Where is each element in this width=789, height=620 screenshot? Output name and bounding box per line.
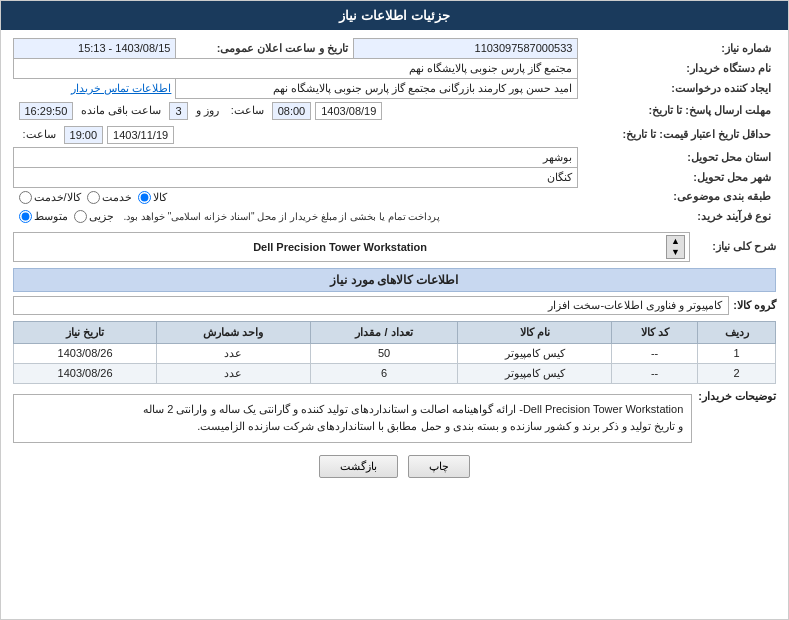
validity-time-value: 19:00 (64, 126, 104, 144)
col-unit-count: تعداد / مقدار (310, 321, 458, 343)
validity-time-label: ساعت: (23, 128, 56, 141)
reply-time-value: 08:00 (272, 102, 312, 120)
buyer-org-label: نام دستگاه خریدار: (578, 58, 776, 78)
city-value: کنگان (14, 167, 578, 187)
table-row: 1 -- کیس کامپیوتر 50 عدد 1403/08/26 (14, 343, 776, 363)
group-value: کامپیوتر و فناوری اطلاعات-سخت افزار (13, 296, 729, 315)
category-kala[interactable]: کالا (138, 191, 167, 204)
validity-deadline-label: حداقل تاریخ اعتبار قیمت: تا تاریخ: (578, 123, 776, 148)
date-label: تاریخ و ساعت اعلان عمومی: (176, 39, 353, 59)
print-button[interactable]: چاپ (408, 455, 470, 478)
process-label: نوع فرآیند خرید: (578, 207, 776, 226)
reply-day-label: روز و (196, 104, 219, 117)
process-jozi[interactable]: جزیی (74, 210, 114, 223)
buyer-notes-line1: Dell Precision Tower Workstation- ارائه … (22, 401, 683, 419)
need-number-value: 1103097587000533 (353, 39, 578, 59)
province-label: استان محل تحویل: (578, 147, 776, 167)
province-value: بوشهر (14, 147, 578, 167)
process-motavaset[interactable]: متوسط (19, 210, 68, 223)
buyer-notes-content: Dell Precision Tower Workstation- ارائه … (13, 394, 692, 443)
back-button[interactable]: بازگشت (319, 455, 398, 478)
page-header: جزئیات اطلاعات نیاز (1, 1, 788, 30)
col-date: تاریخ نیاز (14, 321, 157, 343)
group-label: گروه کالا: (733, 299, 776, 312)
page-title: جزئیات اطلاعات نیاز (339, 8, 449, 23)
reply-remaining-value: 16:29:50 (19, 102, 74, 120)
col-name: نام کالا (458, 321, 612, 343)
category-label: طبقه بندی موضوعی: (578, 187, 776, 207)
col-code: کد کالا (611, 321, 697, 343)
validity-date-value: 1403/11/19 (107, 126, 174, 144)
need-number-label: شماره نیاز: (578, 39, 776, 59)
date-value: 1403/08/15 - 15:13 (14, 39, 176, 59)
table-row: 2 -- کیس کامپیوتر 6 عدد 1403/08/26 (14, 363, 776, 383)
items-table: ردیف کد کالا نام کالا تعداد / مقدار واحد… (13, 321, 776, 384)
reply-day-value: 3 (169, 102, 187, 120)
scroll-up-arrow[interactable]: ▲ (667, 236, 684, 247)
need-desc-value: Dell Precision Tower Workstation (18, 241, 662, 253)
items-section-title: اطلاعات کالاهای مورد نیاز (13, 268, 776, 292)
creator-label: ایجاد کننده درخواست: (578, 78, 776, 98)
category-khedmat[interactable]: خدمت (87, 191, 132, 204)
reply-date-value: 1403/08/19 (315, 102, 382, 120)
creator-value: امید حسن پور کارمند بازرگانی مجتمع گاز پ… (176, 78, 578, 98)
reply-time-label: ساعت: (231, 104, 264, 117)
category-khadamat[interactable]: کالا/خدمت (19, 191, 81, 204)
city-label: شهر محل تحویل: (578, 167, 776, 187)
process-note: پرداخت تمام یا بخشی از مبلغ خریدار از مح… (124, 211, 441, 222)
col-unit: واحد شمارش (157, 321, 311, 343)
buyer-notes-label: توضیحات خریدار: (698, 390, 776, 403)
buyer-notes-line2: و تاریخ تولید و ذکر برند و کشور سازنده و… (22, 418, 683, 436)
buyer-org-value: مجتمع گاز پارس جنوبی پالایشگاه نهم (14, 58, 578, 78)
reply-deadline-label: مهلت ارسال پاسخ: تا تاریخ: (578, 98, 776, 123)
need-desc-label: شرح کلی نیاز: (696, 240, 776, 253)
contact-link[interactable]: اطلاعات تماس خریدار (71, 82, 171, 94)
col-row: ردیف (698, 321, 776, 343)
scroll-down-arrow[interactable]: ▼ (667, 247, 684, 258)
reply-remaining-label: ساعت باقی مانده (81, 104, 161, 117)
